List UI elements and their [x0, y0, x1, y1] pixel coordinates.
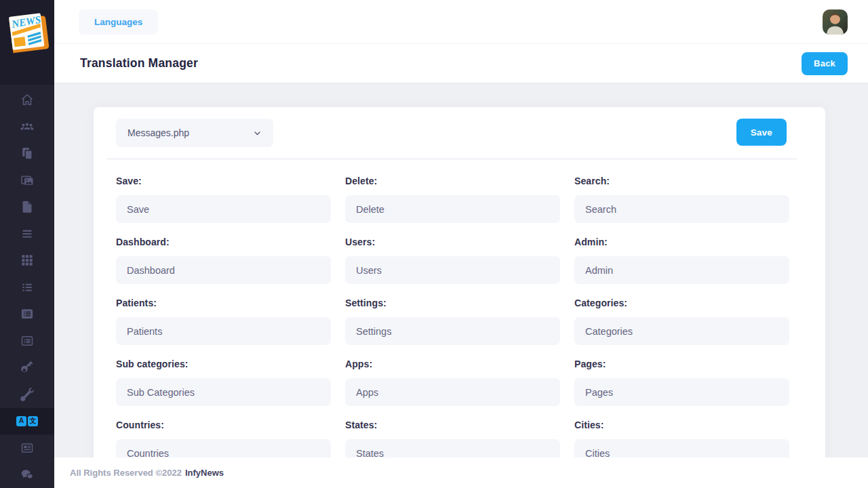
field-input-search[interactable]: [574, 195, 789, 223]
card-list-icon: [20, 307, 34, 321]
translate-icon: A: [16, 416, 26, 426]
chat-icon: [20, 468, 34, 481]
news-logo-icon: NEWS: [3, 5, 51, 57]
translation-card: Messages.php Save Save:Delete:Search:Das…: [94, 107, 825, 458]
copy-icon: [20, 146, 34, 160]
field-label-admin: Admin:: [574, 237, 789, 247]
field-input-save[interactable]: [116, 195, 331, 223]
field-input-sub-categories[interactable]: [116, 378, 331, 406]
footer: All Rights Reserved ©2022 InfyNews: [54, 458, 868, 488]
field-label-categories: Categories:: [574, 298, 789, 308]
field-group-sub-categories: Sub categories:: [116, 359, 331, 406]
chevron-down-icon: [253, 129, 262, 138]
page-header: Translation Manager Back: [54, 44, 868, 83]
field-input-pages[interactable]: [574, 378, 789, 406]
field-label-pages: Pages:: [574, 359, 789, 369]
field-label-save: Save:: [116, 176, 331, 186]
sidebar-item-key[interactable]: [0, 354, 54, 382]
sidebar-item-grid[interactable]: [0, 247, 54, 274]
field-input-apps[interactable]: [345, 378, 560, 406]
content-area: Messages.php Save Save:Delete:Search:Das…: [54, 83, 868, 458]
sidebar-item-card-list-outline[interactable]: [0, 327, 54, 354]
field-group-categories: Categories:: [574, 298, 789, 345]
field-label-apps: Apps:: [345, 359, 560, 369]
field-label-sub-categories: Sub categories:: [116, 359, 331, 369]
sidebar-item-list[interactable]: [0, 274, 54, 301]
languages-button[interactable]: Languages: [79, 9, 158, 35]
field-group-delete: Delete:: [345, 176, 560, 223]
sidebar-item-file[interactable]: [0, 194, 54, 221]
sidebar-item-home[interactable]: [0, 87, 54, 114]
file-icon: [20, 200, 34, 214]
field-label-search: Search:: [574, 176, 789, 186]
field-group-pages: Pages:: [574, 359, 789, 406]
card-header: Messages.php Save: [94, 107, 825, 159]
field-label-settings: Settings:: [345, 298, 560, 308]
field-label-dashboard: Dashboard:: [116, 237, 331, 247]
translation-fields-grid: Save:Delete:Search:Dashboard:Users:Admin…: [94, 159, 825, 458]
field-group-dashboard: Dashboard:: [116, 237, 331, 284]
sidebar-item-wrench[interactable]: [0, 381, 54, 408]
field-input-cities[interactable]: [574, 439, 789, 458]
field-group-patients: Patients:: [116, 298, 331, 345]
field-input-categories[interactable]: [574, 317, 789, 345]
field-group-search: Search:: [574, 176, 789, 223]
user-avatar[interactable]: [823, 9, 848, 35]
page-title: Translation Manager: [80, 56, 198, 70]
field-group-admin: Admin:: [574, 237, 789, 284]
sidebar-item-users[interactable]: [0, 113, 54, 140]
sidebar-item-menu[interactable]: [0, 220, 54, 247]
field-input-users[interactable]: [345, 256, 560, 284]
field-input-delete[interactable]: [345, 195, 560, 223]
field-group-settings: Settings:: [345, 298, 560, 345]
sidebar: NEWS A文: [0, 0, 54, 488]
field-label-countries: Countries:: [116, 420, 331, 430]
images-icon: [20, 174, 34, 187]
menu-icon: [20, 227, 34, 241]
sidebar-item-copy[interactable]: [0, 140, 54, 167]
list-icon: [20, 281, 34, 294]
field-label-cities: Cities:: [574, 420, 789, 430]
field-group-apps: Apps:: [345, 359, 560, 406]
field-label-states: States:: [345, 420, 560, 430]
file-select[interactable]: Messages.php: [116, 119, 273, 147]
app-logo[interactable]: NEWS: [0, 0, 54, 85]
save-button[interactable]: Save: [736, 119, 787, 146]
key-icon: [20, 361, 34, 374]
field-input-dashboard[interactable]: [116, 256, 331, 284]
field-group-users: Users:: [345, 237, 560, 284]
field-label-patients: Patients:: [116, 298, 331, 308]
avatar-photo: [823, 9, 848, 35]
wrench-icon: [20, 388, 34, 401]
field-input-settings[interactable]: [345, 317, 560, 345]
home-icon: [20, 93, 34, 106]
field-input-countries[interactable]: [116, 439, 331, 458]
field-input-patients[interactable]: [116, 317, 331, 345]
field-group-save: Save:: [116, 176, 331, 223]
sidebar-nav: A文: [0, 85, 54, 488]
back-button[interactable]: Back: [802, 52, 848, 75]
topbar: Languages: [54, 0, 868, 44]
footer-rights: All Rights Reserved ©2022: [70, 468, 182, 478]
file-select-value: Messages.php: [127, 127, 189, 138]
sidebar-item-card-list[interactable]: [0, 301, 54, 328]
field-group-countries: Countries:: [116, 420, 331, 458]
field-group-states: States:: [345, 420, 560, 458]
grid-icon: [20, 253, 34, 267]
translate-icon: 文: [28, 416, 38, 426]
field-input-admin[interactable]: [574, 256, 789, 284]
field-label-users: Users:: [345, 237, 560, 247]
field-input-states[interactable]: [345, 439, 560, 458]
sidebar-item-chat[interactable]: [0, 462, 54, 488]
sidebar-item-images[interactable]: [0, 167, 54, 194]
sidebar-item-newspaper[interactable]: [0, 434, 54, 462]
card-list-outline-icon: [20, 334, 34, 348]
newspaper-icon: [20, 441, 34, 455]
field-label-delete: Delete:: [345, 176, 560, 186]
footer-brand: InfyNews: [185, 468, 224, 478]
users-icon: [20, 120, 34, 134]
sidebar-item-translate[interactable]: A文: [0, 408, 54, 435]
field-group-cities: Cities:: [574, 420, 789, 458]
